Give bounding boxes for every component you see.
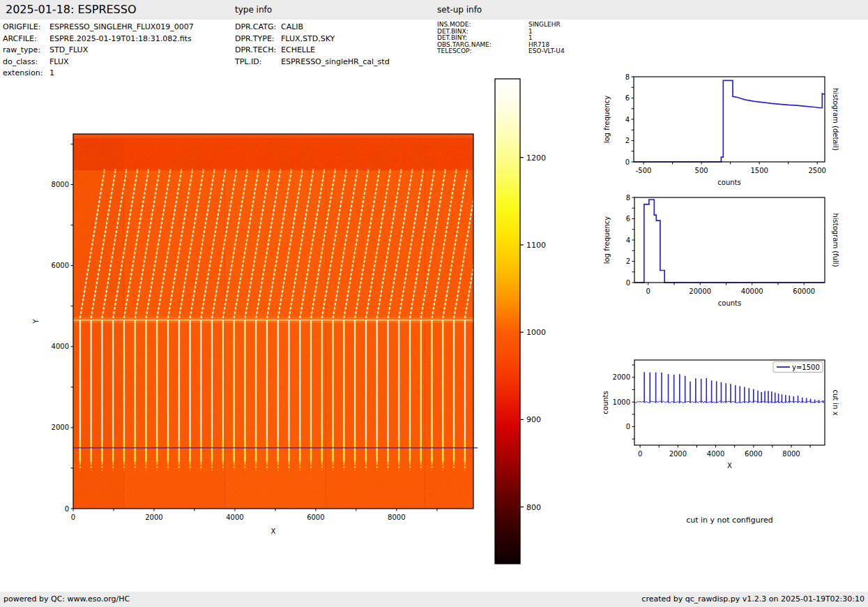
main-detector-image-plot: 0200040006000800002000400060008000XY (28, 119, 488, 550)
type-info-label: DPR.TECH: (235, 45, 281, 57)
colorbar: 120011001000900800 (488, 73, 589, 572)
colorbar-tick-label: 900 (526, 415, 541, 424)
y-tick-label: 2 (626, 257, 630, 265)
plot-frame (634, 77, 825, 162)
file-info-row: extension:1 (3, 68, 194, 80)
setup-info-label: TELESCOP: (437, 48, 528, 55)
type-info-row: DPR.TYPE:FLUX,STD,SKY (235, 33, 390, 45)
file-info-label: ORIGFILE: (3, 22, 50, 33)
y-axis-label: log frequency (603, 216, 611, 264)
type-info-value: FLUX,STD,SKY (281, 34, 335, 43)
axes: -5005001500250002468 (625, 73, 826, 174)
x-tick-label: 20000 (689, 287, 711, 295)
colorbar-tick-label: 1200 (526, 153, 546, 163)
y-tick-label: 8 (626, 194, 630, 202)
x-axis-label: counts (717, 179, 740, 186)
y-axis-label: counts (602, 391, 609, 414)
colorbar-gradient (495, 79, 520, 564)
y-tick-label: 1000 (613, 398, 630, 406)
y-tick-label: 0 (625, 158, 630, 166)
axes: 02000400060008000010002000 (613, 365, 811, 457)
x-tick-label: 0 (71, 514, 75, 521)
file-info-label: ARCFILE: (3, 33, 50, 45)
file-info-row: ORIGFILE:ESPRESSO_SINGLEHR_FLUX019_0007 (3, 22, 194, 33)
x-tick-label: 6000 (745, 450, 762, 458)
setup-info-value: 1 (528, 28, 533, 35)
colorbar-tick-label: 800 (526, 503, 541, 512)
file-info-row: raw_type:STD_FLUX (3, 45, 194, 57)
setup-info-value: ESO-VLT-U4 (528, 47, 565, 54)
file-info-label: raw_type: (3, 45, 50, 57)
x-tick-label: 6000 (307, 514, 324, 521)
footer-bar: powered by QC: www.eso.org/HC created by… (0, 592, 868, 607)
x-tick-label: 8000 (782, 450, 800, 458)
y-tick-label: 2000 (613, 373, 630, 381)
x-tick-label: 0 (638, 450, 642, 458)
y-axis-label: Y (32, 319, 40, 324)
file-info-value: 1 (50, 68, 54, 77)
type-info-label: TPL.ID: (235, 57, 281, 68)
x-tick-label: 2000 (669, 450, 687, 458)
x-tick-label: 4000 (707, 450, 724, 458)
setup-info-value: HR718 (528, 41, 549, 48)
footer-created-by: created by qc_rawdisp.py v1.2.3 on 2025-… (641, 594, 865, 604)
x-tick-label: 40000 (741, 287, 763, 295)
x-axis-label: X (271, 527, 276, 535)
type-info-value: CALIB (281, 22, 303, 31)
file-info-value: ESPRE.2025-01-19T01:18:31.082.fits (50, 34, 192, 43)
histogram-curve (634, 200, 825, 283)
right-axis-label: histogram (full) (832, 213, 839, 267)
right-axis-label: histogram (detail) (832, 88, 839, 151)
cut-in-y-note: cut in y not configured (631, 516, 828, 525)
type-info-row: DPR.TECH:ECHELLE (235, 45, 390, 57)
cut-baseline (634, 401, 824, 403)
y-tick-label: 6 (625, 94, 630, 102)
file-info-value: FLUX (50, 57, 69, 66)
y-tick-label: 8000 (52, 181, 69, 188)
x-tick-label: 1500 (750, 167, 768, 174)
legend-label: y=1500 (792, 364, 820, 371)
type-info-row: TPL.ID:ESPRESSO_singleHR_cal_std (235, 57, 390, 68)
setup-info-value: 1 (528, 34, 533, 41)
type-info-block: DPR.CATG:CALIBDPR.TYPE:FLUX,STD,SKYDPR.T… (235, 22, 390, 68)
histogram-detail-plot: -5005001500250002468countslog frequencyh… (596, 68, 868, 201)
y-axis-label: log frequency (603, 96, 611, 144)
footer-powered-by: powered by QC: www.eso.org/HC (3, 594, 130, 604)
type-info-value: ECHELLE (281, 45, 315, 54)
y-tick-label: 6 (626, 215, 630, 223)
y-tick-label: 2 (625, 137, 630, 144)
type-info-heading: type info (235, 5, 272, 15)
file-info-label: do_class: (3, 57, 50, 68)
x-tick-label: 60000 (793, 287, 815, 295)
plot-frame (634, 360, 825, 445)
x-tick-label: 2500 (808, 167, 825, 174)
top-header-bar: 2025-01-18: ESPRESSO type info set-up in… (0, 0, 868, 20)
x-axis-label: X (727, 462, 732, 470)
x-tick-label: 0 (646, 287, 650, 295)
setup-info-block: INS.MODE:SINGLEHRDET.BINX:1DET.BINY:1OBS… (437, 22, 565, 55)
x-tick-label: 8000 (388, 514, 405, 521)
image-grain (73, 134, 473, 509)
y-tick-label: 4 (626, 237, 630, 244)
file-info-value: STD_FLUX (50, 45, 88, 54)
x-tick-label: 4000 (226, 514, 243, 521)
file-info-row: ARCFILE:ESPRE.2025-01-19T01:18:31.082.fi… (3, 33, 194, 45)
type-info-row: DPR.CATG:CALIB (235, 22, 390, 33)
stripe-top-tip (478, 169, 479, 170)
y-tick-label: 4000 (52, 343, 69, 350)
colorbar-tick-label: 1100 (526, 241, 546, 250)
setup-info-row: TELESCOP:ESO-VLT-U4 (437, 48, 565, 55)
type-info-label: DPR.CATG: (235, 22, 281, 33)
y-tick-label: 0 (65, 505, 69, 513)
y-tick-label: 8 (625, 73, 630, 81)
histogram-curve (634, 80, 825, 162)
detector-image (73, 134, 490, 509)
x-tick-label: -500 (636, 167, 652, 174)
y-tick-label: 0 (626, 423, 630, 430)
file-info-block: ORIGFILE:ESPRESSO_SINGLEHR_FLUX019_0007A… (3, 22, 194, 80)
histogram-full-plot: 020000400006000002468countslog frequency… (596, 189, 868, 322)
setup-info-heading: set-up info (437, 5, 482, 15)
file-info-value: ESPRESSO_SINGLEHR_FLUX019_0007 (50, 22, 194, 31)
file-info-label: extension: (3, 68, 50, 80)
cut-in-x-plot: 02000400060008000010002000Xcountscut in … (596, 351, 868, 494)
